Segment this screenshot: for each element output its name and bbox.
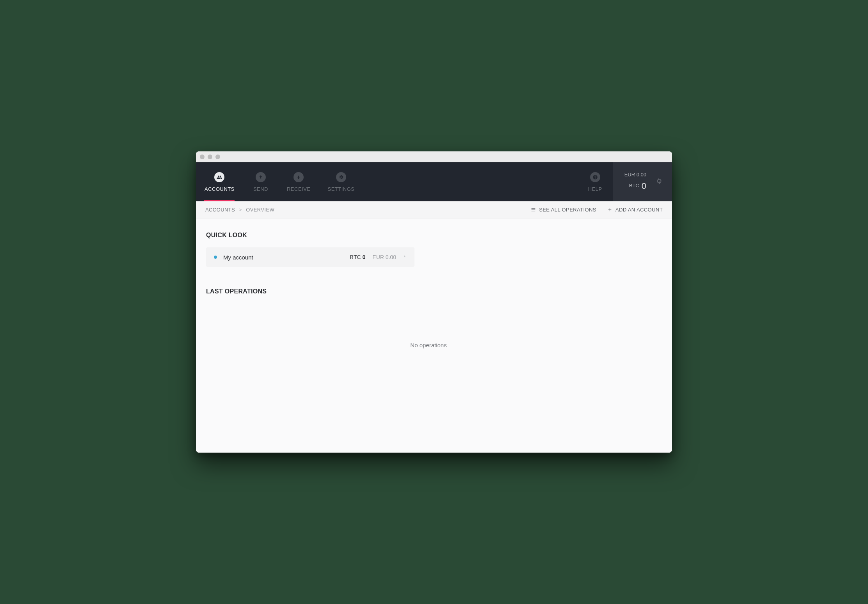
accounts-icon — [214, 172, 224, 182]
see-all-operations-label: SEE ALL OPERATIONS — [539, 207, 596, 213]
add-account-button[interactable]: ADD AN ACCOUNT — [607, 207, 663, 213]
breadcrumb: ACCOUNTS > OVERVIEW — [205, 207, 274, 213]
nav-help-label: HELP — [588, 186, 602, 192]
no-operations-text: No operations — [206, 342, 651, 348]
nav-settings-label: SETTINGS — [328, 186, 355, 192]
nav-send[interactable]: SEND — [243, 162, 278, 201]
nav-send-label: SEND — [253, 186, 268, 192]
balance-text: EUR 0.00 BTC 0 — [624, 171, 646, 193]
plus-icon — [607, 207, 612, 212]
balance-btc-label: BTC — [629, 182, 639, 190]
window-titlebar — [196, 151, 672, 162]
help-icon — [590, 172, 600, 182]
app-window: ACCOUNTS SEND RECEIVE SETTINGS — [196, 151, 672, 453]
see-all-operations-button[interactable]: SEE ALL OPERATIONS — [531, 207, 596, 213]
nav-receive[interactable]: RECEIVE — [278, 162, 319, 201]
quick-look-heading: QUICK LOOK — [206, 232, 651, 239]
window-close-dot[interactable] — [200, 155, 205, 159]
content-area: QUICK LOOK My account BTC 0 EUR 0.00 LAS… — [196, 219, 672, 453]
receive-icon — [293, 172, 304, 182]
send-icon — [256, 172, 266, 182]
account-status-dot — [214, 256, 217, 259]
top-navbar: ACCOUNTS SEND RECEIVE SETTINGS — [196, 162, 672, 201]
subheader: ACCOUNTS > OVERVIEW SEE ALL OPERATIONS A… — [196, 201, 672, 219]
account-name: My account — [223, 254, 350, 261]
breadcrumb-separator: > — [239, 207, 242, 213]
nav-accounts-label: ACCOUNTS — [205, 186, 235, 192]
settings-icon — [336, 172, 346, 182]
nav-help[interactable]: HELP — [578, 162, 613, 201]
add-account-label: ADD AN ACCOUNT — [615, 207, 663, 213]
account-btc-balance: BTC 0 — [350, 254, 366, 260]
breadcrumb-current: OVERVIEW — [246, 207, 274, 213]
balance-btc-value: 0 — [642, 179, 646, 193]
window-zoom-dot[interactable] — [215, 155, 220, 159]
nav-accounts[interactable]: ACCOUNTS — [196, 162, 243, 201]
last-operations-heading: LAST OPERATIONS — [206, 288, 651, 295]
primary-nav: ACCOUNTS SEND RECEIVE SETTINGS — [196, 162, 363, 201]
window-minimize-dot[interactable] — [208, 155, 212, 159]
nav-settings[interactable]: SETTINGS — [319, 162, 363, 201]
balance-fiat: EUR 0.00 — [624, 171, 646, 179]
nav-receive-label: RECEIVE — [287, 186, 311, 192]
refresh-button[interactable] — [655, 177, 663, 187]
breadcrumb-root[interactable]: ACCOUNTS — [205, 207, 235, 213]
account-card[interactable]: My account BTC 0 EUR 0.00 — [206, 247, 414, 267]
account-fiat-balance: EUR 0.00 — [372, 254, 396, 260]
balance-panel: EUR 0.00 BTC 0 — [613, 162, 672, 201]
list-icon — [531, 207, 536, 212]
chevron-right-icon — [403, 254, 407, 261]
